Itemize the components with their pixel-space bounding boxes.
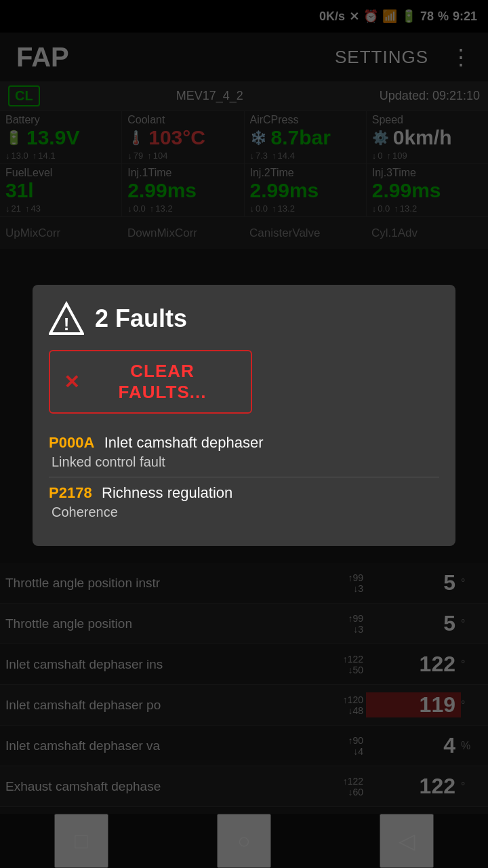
x-icon: ✕	[64, 371, 79, 393]
warning-icon: !	[49, 301, 84, 336]
fault-sub-2: Coherence	[49, 505, 439, 520]
fault-desc-1: Inlet camshaft dephaser	[104, 434, 264, 451]
fault-code-1: P000A	[49, 434, 94, 451]
fault-desc-2: Richness regulation	[102, 484, 232, 501]
fault-code-2: P2178	[49, 484, 92, 501]
fault-item-1: P000A Inlet camshaft dephaser Linked con…	[49, 427, 439, 477]
fault-dialog: ! 2 Faults ✕ CLEAR FAULTS... P000A Inlet…	[33, 285, 455, 546]
fault-title-row: ! 2 Faults	[49, 301, 439, 336]
svg-text:!: !	[64, 314, 70, 334]
fault-item-2: P2178 Richness regulation Coherence	[49, 477, 439, 527]
clear-faults-button[interactable]: ✕ CLEAR FAULTS...	[49, 350, 252, 414]
clear-faults-label: CLEAR FAULTS...	[87, 361, 237, 403]
fault-count-title: 2 Faults	[95, 304, 187, 333]
fault-sub-1: Linked control fault	[49, 454, 439, 470]
